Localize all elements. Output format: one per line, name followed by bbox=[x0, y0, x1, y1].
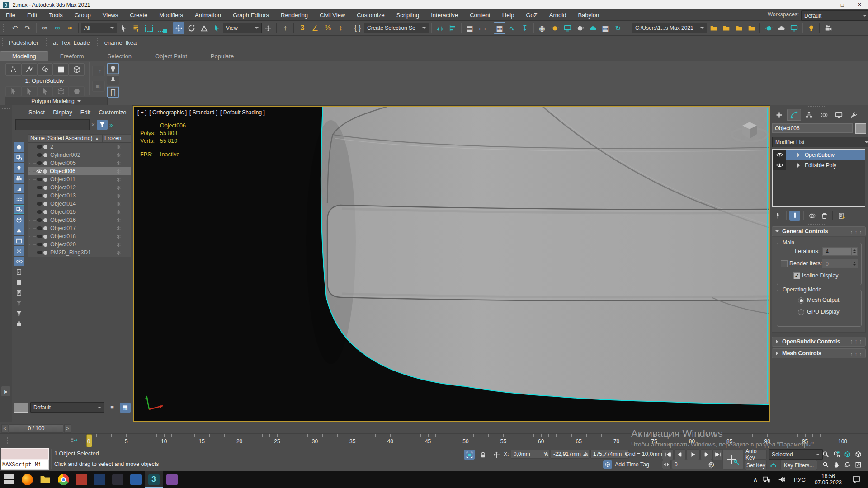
next-frame-icon[interactable] bbox=[700, 449, 712, 460]
menu-item[interactable]: Create bbox=[124, 9, 153, 20]
show-end-result-icon[interactable] bbox=[789, 211, 800, 221]
toggle-scene-explorer-icon[interactable]: ▦ bbox=[494, 22, 505, 34]
minimize-button[interactable]: ─ bbox=[816, 0, 834, 9]
note-icon[interactable] bbox=[14, 288, 24, 297]
taskbar-app-red-icon[interactable] bbox=[72, 471, 90, 488]
reference-coordinate-dropdown[interactable]: View bbox=[223, 23, 262, 33]
viewport-menu[interactable]: [ + ] bbox=[137, 109, 146, 116]
frozen-cell[interactable] bbox=[106, 218, 131, 223]
orbit-icon[interactable] bbox=[842, 460, 853, 469]
closed-eye-icon[interactable] bbox=[37, 194, 42, 197]
camera-icon[interactable] bbox=[822, 22, 834, 34]
time-ruler[interactable]: 0510152025303540455055606570758085909510… bbox=[84, 434, 859, 448]
closed-eye-icon[interactable] bbox=[37, 186, 42, 189]
explorer-menu-item[interactable]: Select bbox=[24, 108, 49, 117]
object-row[interactable]: Object016 bbox=[28, 216, 131, 224]
object-row[interactable]: 2 bbox=[28, 143, 131, 151]
mesh-output-radio[interactable] bbox=[798, 297, 804, 304]
isolate-selection-icon[interactable] bbox=[464, 450, 475, 460]
selection-lock-icon[interactable] bbox=[477, 450, 488, 460]
frozen-cell[interactable] bbox=[106, 250, 131, 255]
frame-forward-button[interactable]: > bbox=[64, 424, 71, 433]
maximize-button[interactable]: □ bbox=[834, 0, 851, 9]
notification-center-icon[interactable] bbox=[852, 475, 861, 484]
zoom-icon[interactable] bbox=[820, 449, 831, 459]
layer-color-swatch[interactable] bbox=[14, 403, 28, 413]
maxscript-macro-area[interactable] bbox=[1, 448, 49, 460]
select-and-place-icon[interactable] bbox=[211, 22, 222, 34]
object-name-field[interactable]: Object006 bbox=[772, 123, 853, 133]
snaps-toggle-3d-icon[interactable]: 3 bbox=[297, 22, 308, 34]
mini-curve-editor-icon[interactable] bbox=[69, 436, 80, 446]
border-mode-icon[interactable] bbox=[37, 63, 53, 76]
maxscript-script-area[interactable]: MAXScript Mi bbox=[1, 460, 49, 470]
expand-arrow-icon[interactable] bbox=[797, 153, 802, 157]
object-row[interactable]: Object006 bbox=[28, 167, 131, 175]
modify-tab-icon[interactable] bbox=[787, 109, 801, 121]
z-coordinate-field[interactable]: 175,774mm bbox=[590, 450, 629, 459]
rectangular-selection-region-icon[interactable] bbox=[143, 22, 155, 34]
display-shapes-icon[interactable] bbox=[14, 153, 24, 162]
display-spacewarps-icon[interactable] bbox=[14, 194, 24, 204]
add-time-tag[interactable]: Add Time Tag bbox=[615, 461, 649, 468]
basket-icon[interactable] bbox=[14, 319, 24, 328]
object-row[interactable]: Object017 bbox=[28, 224, 131, 232]
object-row[interactable]: Object015 bbox=[28, 208, 131, 216]
taskbar-app-indigo-icon[interactable] bbox=[127, 471, 145, 488]
funnel-icon[interactable] bbox=[14, 309, 24, 318]
closed-eye-icon[interactable] bbox=[37, 210, 42, 214]
open-eye-icon[interactable] bbox=[36, 169, 42, 174]
utilities-tab-icon[interactable] bbox=[847, 109, 861, 121]
tweak-icon[interactable] bbox=[5, 86, 21, 96]
mesh-controls-rollout[interactable]: Mesh Controls ⋮⋮⋮ bbox=[772, 348, 866, 358]
funnel-dark-icon[interactable] bbox=[14, 298, 24, 308]
zoom-region-icon[interactable] bbox=[820, 460, 831, 469]
object-row[interactable]: Object011 bbox=[28, 175, 131, 183]
spinner-snap-icon[interactable]: ↕ bbox=[335, 22, 346, 34]
pin-stack-icon[interactable] bbox=[107, 75, 119, 85]
closed-eye-icon[interactable] bbox=[37, 178, 42, 181]
rendered-frame-window-icon[interactable] bbox=[561, 22, 573, 34]
language-indicator[interactable]: РУС bbox=[794, 476, 806, 483]
workspaces-dropdown[interactable]: Default bbox=[801, 10, 868, 21]
hierarchy-tab-icon[interactable] bbox=[802, 109, 816, 121]
start-button[interactable] bbox=[0, 471, 18, 488]
frozen-cell[interactable] bbox=[106, 145, 131, 150]
closed-eye-icon[interactable] bbox=[37, 202, 42, 206]
ribbon-tab[interactable]: Modeling bbox=[0, 51, 48, 61]
frozen-cell[interactable] bbox=[106, 153, 131, 158]
unlink-selection-icon[interactable]: ∞ bbox=[52, 22, 63, 34]
schematic-view-icon[interactable]: ↧ bbox=[519, 22, 531, 34]
menu-item[interactable]: Animation bbox=[189, 9, 227, 20]
render-iters-field[interactable]: 0 bbox=[822, 259, 858, 268]
ribbon-tab[interactable]: Populate bbox=[199, 52, 245, 61]
isoline-display-checkbox[interactable]: ✓ bbox=[793, 272, 800, 279]
closed-eye-icon[interactable] bbox=[37, 243, 42, 246]
toggle-ribbon-icon[interactable]: ▭ bbox=[476, 22, 488, 34]
docked-tab[interactable]: ename_Ikea_ bbox=[95, 36, 146, 50]
remove-modifier-icon[interactable] bbox=[819, 211, 830, 221]
frozen-cell[interactable] bbox=[106, 210, 131, 215]
object-row[interactable]: Object018 bbox=[28, 232, 131, 240]
angle-snap-icon[interactable]: ∠ bbox=[309, 22, 321, 34]
taskbar-app-dark-icon[interactable] bbox=[108, 471, 127, 488]
display-all-icon[interactable] bbox=[14, 142, 24, 152]
docked-tab[interactable]: Packshoter bbox=[0, 36, 44, 50]
search-filter-icon[interactable] bbox=[97, 120, 108, 130]
closed-eye-icon[interactable] bbox=[37, 153, 42, 157]
menu-item[interactable]: Group bbox=[69, 9, 97, 20]
selection-filter-dropdown[interactable]: All bbox=[81, 23, 117, 33]
display-lights-icon[interactable] bbox=[14, 163, 24, 173]
docked-tab[interactable]: at_Tex_Loade bbox=[44, 36, 95, 50]
more-options-chevrons-icon[interactable]: » bbox=[109, 122, 113, 128]
render-in-cloud-icon[interactable] bbox=[587, 22, 599, 34]
create-tab-icon[interactable] bbox=[772, 109, 786, 121]
zoom-extents-icon[interactable] bbox=[842, 449, 853, 459]
menu-item[interactable]: Modifiers bbox=[153, 9, 189, 20]
select-object-icon[interactable] bbox=[118, 22, 129, 34]
zoom-all-icon[interactable] bbox=[831, 449, 842, 459]
ribbon-tab[interactable]: Freeform bbox=[48, 52, 96, 61]
expand-document-icon[interactable] bbox=[14, 267, 24, 277]
polygon-mode-icon[interactable] bbox=[53, 63, 69, 76]
object-row[interactable]: Object020 bbox=[28, 240, 131, 249]
